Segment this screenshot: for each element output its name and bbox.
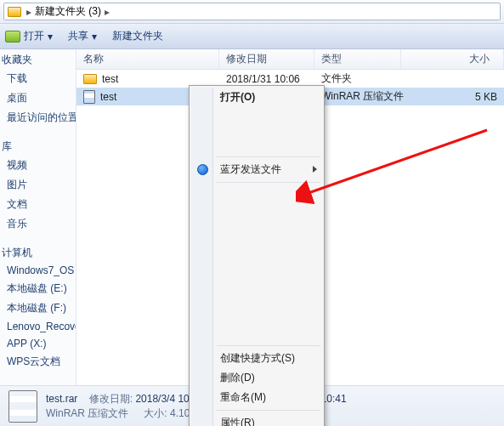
chevron-right-icon: ▸ bbox=[105, 6, 110, 18]
col-size[interactable]: 大小 bbox=[401, 49, 504, 69]
file-type: 文件夹 bbox=[314, 71, 401, 86]
folder-icon bbox=[8, 7, 21, 17]
nav-group-libraries[interactable]: 库 bbox=[0, 136, 76, 156]
details-size-label: 大小: bbox=[144, 407, 167, 419]
file-date: 2018/1/31 10:06 bbox=[219, 73, 314, 85]
file-name: test bbox=[102, 73, 118, 85]
sidebar-item[interactable]: WPS云文档 bbox=[0, 352, 76, 372]
menu-bluetooth-send[interactable]: 蓝牙发送文件 bbox=[191, 160, 322, 179]
sidebar-item[interactable]: 最近访问的位置 bbox=[0, 108, 76, 128]
menu-properties[interactable]: 属性(R) bbox=[191, 413, 322, 426]
breadcrumb-segment[interactable]: 新建文件夹 (3) bbox=[35, 4, 101, 19]
details-mod-label: 修改日期: bbox=[89, 393, 133, 405]
share-label: 共享 bbox=[68, 29, 88, 43]
sidebar-item[interactable]: Lenovo_Recovery ( bbox=[0, 318, 76, 335]
bluetooth-icon bbox=[197, 164, 208, 175]
col-date[interactable]: 修改日期 bbox=[219, 49, 314, 69]
sidebar-item[interactable]: 音乐 bbox=[0, 214, 76, 234]
menu-delete[interactable]: 删除(D) bbox=[191, 368, 322, 388]
svg-line-0 bbox=[306, 130, 487, 194]
open-icon bbox=[5, 31, 20, 43]
sidebar-item[interactable]: 本地磁盘 (E:) bbox=[0, 279, 76, 298]
file-type: WinRAR 压缩文件 bbox=[314, 89, 401, 104]
address-bar: ▸ 新建文件夹 (3) ▸ bbox=[0, 0, 504, 24]
sidebar-item[interactable]: 文档 bbox=[0, 195, 76, 214]
menu-separator bbox=[217, 182, 320, 183]
menu-separator bbox=[217, 156, 320, 157]
details-type: WinRAR 压缩文件 bbox=[46, 406, 128, 421]
sidebar-item[interactable]: Windows7_OS (C:) bbox=[0, 262, 76, 279]
file-list: 名称 修改日期 类型 大小 test 2018/1/31 10:06 文件夹 t… bbox=[76, 49, 504, 385]
details-filename: test.rar bbox=[46, 393, 77, 405]
share-button[interactable]: 共享 ▾ bbox=[68, 29, 97, 43]
folder-icon bbox=[83, 74, 97, 84]
toolbar: 打开 ▾ 共享 ▾ 新建文件夹 bbox=[0, 24, 504, 49]
open-button[interactable]: 打开 ▾ bbox=[5, 29, 53, 43]
nav-group-network[interactable]: 网络 bbox=[0, 380, 76, 385]
sidebar-item[interactable]: 桌面 bbox=[0, 88, 76, 108]
sidebar-item[interactable]: 图片 bbox=[0, 175, 76, 195]
dropdown-arrow-icon: ▾ bbox=[92, 31, 97, 43]
menu-open[interactable]: 打开(O) bbox=[191, 88, 322, 107]
chevron-right-icon: ▸ bbox=[26, 6, 31, 18]
sidebar-item[interactable]: 下载 bbox=[0, 69, 76, 88]
file-size: 5 KB bbox=[401, 91, 504, 103]
menu-separator bbox=[217, 410, 320, 411]
menu-separator bbox=[217, 345, 320, 346]
sidebar: 收藏夹 下载 桌面 最近访问的位置 库 视频 图片 文档 音乐 计算机 Wind… bbox=[0, 49, 76, 385]
sidebar-item[interactable]: 视频 bbox=[0, 156, 76, 175]
new-folder-button[interactable]: 新建文件夹 bbox=[112, 29, 163, 43]
col-type[interactable]: 类型 bbox=[314, 49, 401, 69]
file-name: test bbox=[100, 91, 116, 103]
col-name[interactable]: 名称 bbox=[76, 49, 219, 69]
archive-icon bbox=[83, 90, 95, 104]
submenu-arrow-icon bbox=[313, 166, 317, 173]
archive-icon bbox=[8, 390, 37, 423]
sidebar-item[interactable]: 本地磁盘 (F:) bbox=[0, 298, 76, 318]
nav-group-computer[interactable]: 计算机 bbox=[0, 242, 76, 262]
menu-rename[interactable]: 重命名(M) bbox=[191, 388, 322, 407]
new-folder-label: 新建文件夹 bbox=[112, 29, 163, 43]
menu-create-shortcut[interactable]: 创建快捷方式(S) bbox=[191, 349, 322, 368]
sidebar-item[interactable]: APP (X:) bbox=[0, 335, 76, 352]
annotation-arrow bbox=[296, 126, 491, 228]
breadcrumb[interactable]: ▸ 新建文件夹 (3) ▸ bbox=[3, 3, 501, 20]
nav-group-favorites[interactable]: 收藏夹 bbox=[0, 49, 76, 69]
dropdown-arrow-icon: ▾ bbox=[48, 31, 53, 43]
column-headers: 名称 修改日期 类型 大小 bbox=[76, 49, 504, 70]
context-menu: 打开(O) 蓝牙发送文件 创建快捷方式(S) 删除(D) 重命名(M) 属性(R… bbox=[189, 85, 325, 426]
open-label: 打开 bbox=[24, 29, 44, 43]
